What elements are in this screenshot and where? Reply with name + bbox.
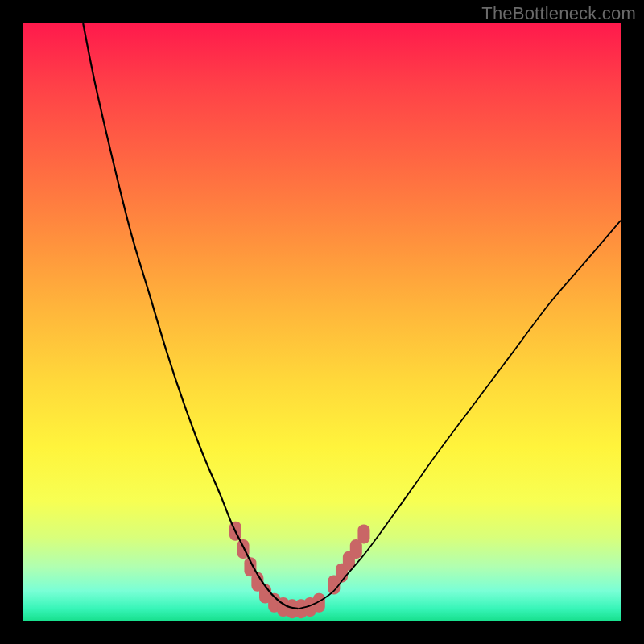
chart-canvas: [23, 23, 621, 621]
chart-frame: TheBottleneck.com: [0, 0, 644, 644]
curve-left-branch: [83, 23, 298, 609]
curve-right-branch: [298, 221, 621, 609]
curve-marker: [313, 593, 325, 613]
watermark-text: TheBottleneck.com: [481, 3, 636, 24]
curve-marker: [357, 524, 369, 543]
marker-layer: [229, 522, 370, 618]
